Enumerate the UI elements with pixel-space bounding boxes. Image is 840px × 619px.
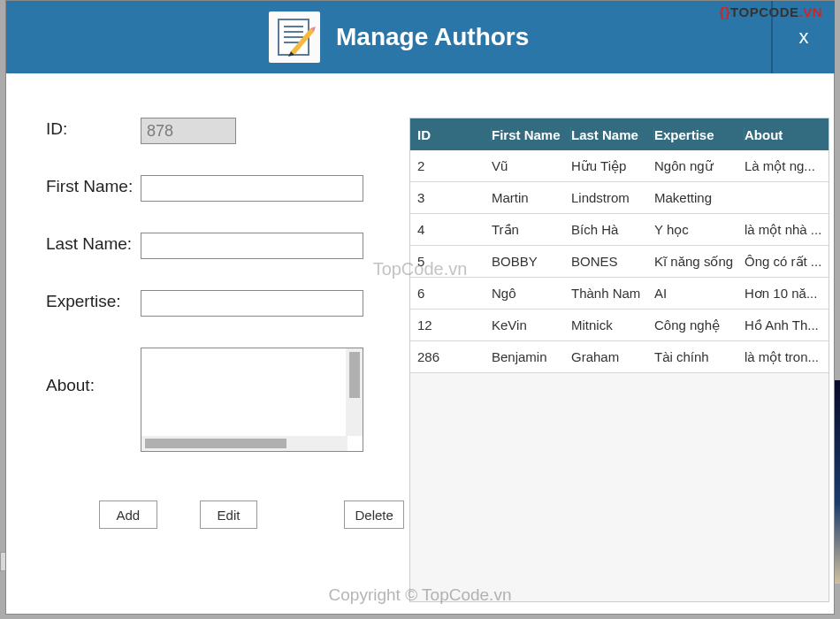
table-row[interactable]: 12KeVinMitnickCông nghệHồ Anh Th... <box>410 310 829 341</box>
cell-fn: BOBBY <box>492 254 571 269</box>
cell-id: 2 <box>410 158 492 173</box>
cell-exp: Maketting <box>654 190 745 205</box>
expertise-label: Expertise: <box>46 290 141 311</box>
delete-button[interactable]: Delete <box>344 501 404 529</box>
first-name-input[interactable] <box>141 175 363 202</box>
table-row[interactable]: 5BOBBYBONESKĩ năng sốngÔng có rất ... <box>410 246 829 278</box>
cell-id: 6 <box>410 286 492 301</box>
cell-fn: Ngô <box>492 286 571 301</box>
cell-ab: là một tron... <box>745 349 829 365</box>
table-row[interactable]: 286BenjaminGrahamTài chínhlà một tron... <box>410 341 829 373</box>
datagrid-body: 2VũHữu TiệpNgôn ngữLà một ng...3MartinLi… <box>410 150 829 373</box>
about-label: About: <box>46 348 141 395</box>
about-textarea[interactable] <box>141 348 345 433</box>
cell-ln: Lindstrom <box>571 190 654 205</box>
cell-ln: BONES <box>571 254 654 269</box>
cell-ln: Bích Hà <box>571 222 654 237</box>
edit-notepad-icon <box>269 11 320 63</box>
expertise-input[interactable] <box>141 290 363 317</box>
site-logo-watermark: {}TOPCODE.VN <box>719 4 822 19</box>
table-row[interactable]: 2VũHữu TiệpNgôn ngữLà một ng... <box>410 150 829 182</box>
cell-id: 4 <box>410 222 492 237</box>
cell-id: 5 <box>410 254 492 269</box>
table-row[interactable]: 4TrầnBích HàY họclà một nhà ... <box>410 214 829 246</box>
id-label: ID: <box>46 118 141 139</box>
col-header-expertise[interactable]: Expertise <box>654 127 745 142</box>
cell-exp: Y học <box>654 222 745 238</box>
manage-authors-window: Manage Authors x ID: First Name: Last Na… <box>5 0 835 615</box>
about-horizontal-scrollbar[interactable] <box>141 436 347 451</box>
cell-exp: Tài chính <box>654 349 745 364</box>
cell-ab: Ông có rất ... <box>745 254 829 270</box>
author-form: ID: First Name: Last Name: Expertise: Ab… <box>46 118 404 614</box>
cell-fn: Martin <box>492 190 571 205</box>
cell-fn: Benjamin <box>492 349 571 364</box>
col-header-id[interactable]: ID <box>410 127 492 142</box>
last-name-input[interactable] <box>141 233 363 259</box>
cell-exp: Kĩ năng sống <box>654 254 745 270</box>
cell-id: 286 <box>410 349 492 364</box>
about-vertical-scrollbar[interactable] <box>346 348 363 436</box>
cell-exp: Ngôn ngữ <box>654 158 745 174</box>
col-header-about[interactable]: About <box>745 127 829 142</box>
cell-ab: Là một ng... <box>745 158 829 174</box>
cell-fn: Vũ <box>492 158 571 173</box>
cell-exp: AI <box>654 286 745 301</box>
cell-ln: Thành Nam <box>571 286 654 301</box>
window-title: Manage Authors <box>336 23 529 51</box>
cell-exp: Công nghệ <box>654 317 745 333</box>
edit-button[interactable]: Edit <box>200 501 258 529</box>
cell-ln: Mitnick <box>571 317 654 332</box>
about-textarea-wrap <box>141 348 363 452</box>
cell-ab: Hơn 10 nă... <box>745 286 829 302</box>
authors-datagrid[interactable]: ID First Name Last Name Expertise About … <box>409 118 829 602</box>
cell-ln: Graham <box>571 349 654 364</box>
cell-id: 12 <box>410 317 492 332</box>
table-row[interactable]: 6NgôThành NamAIHơn 10 nă... <box>410 278 829 310</box>
col-header-first-name[interactable]: First Name <box>492 127 571 142</box>
table-row[interactable]: 3MartinLindstromMaketting <box>410 182 829 214</box>
titlebar: Manage Authors x <box>6 1 834 73</box>
cell-ln: Hữu Tiệp <box>571 158 654 174</box>
cell-ab: là một nhà ... <box>745 222 829 238</box>
col-header-last-name[interactable]: Last Name <box>571 127 654 142</box>
cell-id: 3 <box>410 190 492 205</box>
cell-ab: Hồ Anh Th... <box>745 317 829 333</box>
id-input <box>141 118 236 144</box>
first-name-label: First Name: <box>46 175 141 196</box>
last-name-label: Last Name: <box>46 233 141 254</box>
cell-fn: KeVin <box>492 317 571 332</box>
datagrid-header: ID First Name Last Name Expertise About <box>410 118 829 150</box>
add-button[interactable]: Add <box>99 501 157 529</box>
cell-fn: Trần <box>492 222 571 238</box>
